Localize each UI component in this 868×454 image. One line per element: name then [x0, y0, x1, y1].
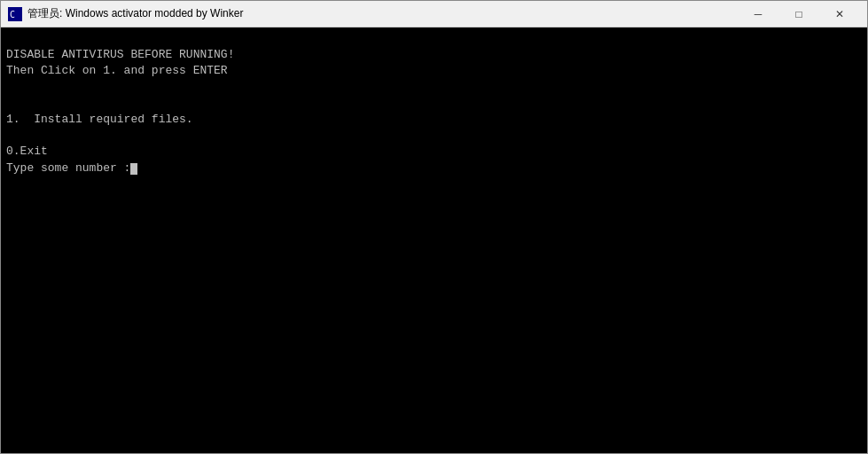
terminal-cursor — [130, 163, 137, 175]
maximize-button[interactable]: □ — [778, 1, 819, 27]
terminal-line-1: DISABLE ANTIVIRUS BEFORE RUNNING! — [6, 48, 234, 61]
terminal-icon: C — [8, 7, 22, 21]
terminal-line-8: Type some number : — [6, 161, 130, 175]
terminal-line-5: 1. Install required files. — [6, 113, 193, 126]
window-controls: ─ □ ✕ — [738, 1, 860, 27]
terminal-line-2: Then Click on 1. and press ENTER — [6, 64, 228, 77]
minimize-button[interactable]: ─ — [738, 1, 778, 27]
main-window: C 管理员: Windows activator modded by Winke… — [0, 0, 868, 454]
terminal-line-7: 0.Exit — [6, 145, 48, 158]
terminal-output[interactable]: DISABLE ANTIVIRUS BEFORE RUNNING! Then C… — [1, 27, 867, 453]
window-title: 管理员: Windows activator modded by Winker — [27, 6, 738, 21]
close-button[interactable]: ✕ — [819, 1, 860, 27]
svg-text:C: C — [10, 10, 15, 20]
terminal-line-blank — [6, 97, 13, 110]
title-bar: C 管理员: Windows activator modded by Winke… — [1, 1, 867, 27]
